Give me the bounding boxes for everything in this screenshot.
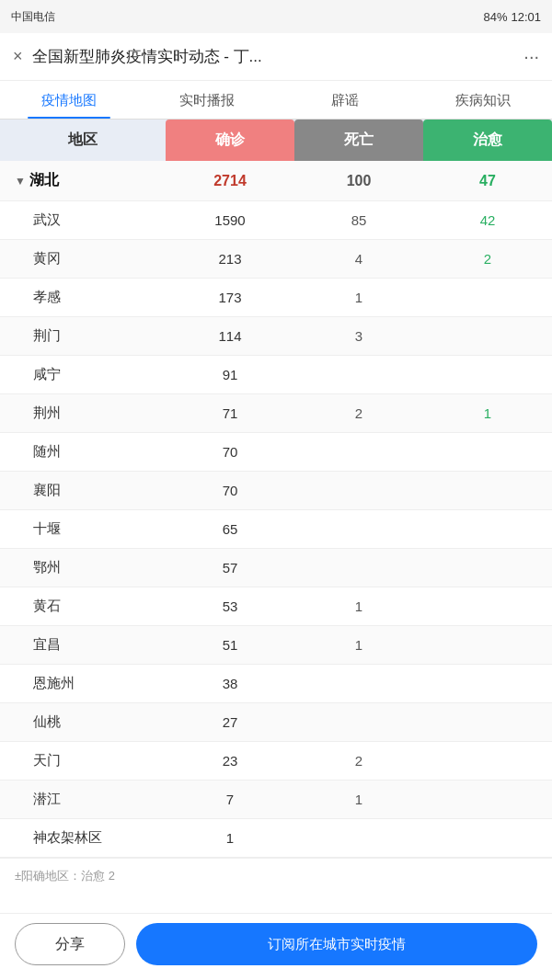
table-row[interactable]: 十堰65 bbox=[0, 510, 552, 549]
table-row[interactable]: 孝感1731 bbox=[0, 279, 552, 317]
confirmed-cell: 213 bbox=[166, 241, 294, 277]
title-bar: × 全国新型肺炎疫情实时动态 - 丁... ··· bbox=[0, 33, 552, 81]
region-cell: 宜昌 bbox=[0, 626, 166, 664]
death-cell: 3 bbox=[294, 318, 423, 354]
header-region: 地区 bbox=[0, 120, 166, 161]
table-header: 地区 确诊 死亡 治愈 bbox=[0, 120, 552, 161]
table-row[interactable]: 神农架林区1 bbox=[0, 819, 552, 858]
confirmed-cell: 114 bbox=[166, 318, 294, 354]
confirmed-cell: 65 bbox=[166, 511, 294, 547]
more-button[interactable]: ··· bbox=[523, 46, 539, 67]
confirmed-cell: 57 bbox=[166, 550, 294, 586]
death-cell: 85 bbox=[294, 202, 423, 238]
arrow-icon: ▼ bbox=[15, 175, 26, 188]
battery-text: 84% bbox=[483, 10, 507, 24]
recovered-cell bbox=[423, 635, 552, 655]
recovered-cell bbox=[423, 519, 552, 540]
confirmed-cell: 51 bbox=[166, 627, 294, 663]
recovered-cell bbox=[423, 751, 552, 771]
region-cell: 荆州 bbox=[0, 394, 166, 432]
recovered-cell bbox=[423, 790, 552, 810]
carrier-signal: 中国电信 bbox=[11, 9, 55, 25]
death-cell: 1 bbox=[294, 588, 423, 624]
death-cell: 4 bbox=[294, 241, 423, 277]
page-title: 全国新型肺炎疫情实时动态 - 丁... bbox=[32, 46, 515, 67]
death-cell bbox=[294, 712, 423, 733]
death-cell: 1 bbox=[294, 279, 423, 315]
table-row[interactable]: 荆门1143 bbox=[0, 317, 552, 356]
death-cell bbox=[294, 828, 423, 849]
region-cell: 天门 bbox=[0, 742, 166, 780]
close-button[interactable]: × bbox=[13, 47, 23, 66]
region-cell: 孝感 bbox=[0, 279, 166, 316]
tab-bar: 疫情地图 实时播报 辟谣 疾病知识 bbox=[0, 81, 552, 120]
subscribe-button[interactable]: 订阅所在城市实时疫情 bbox=[136, 923, 537, 965]
table-row[interactable]: ▼湖北 2714 100 47 bbox=[0, 161, 552, 201]
confirmed-cell: 38 bbox=[166, 666, 294, 701]
table-row[interactable]: 鄂州57 bbox=[0, 549, 552, 587]
region-cell: 潜江 bbox=[0, 781, 166, 818]
recovered-cell bbox=[423, 828, 552, 849]
table-row[interactable]: 天门232 bbox=[0, 742, 552, 781]
confirmed-cell: 91 bbox=[166, 357, 294, 393]
status-bar: 中国电信 84% 12:01 bbox=[0, 0, 552, 33]
table-row[interactable]: 宜昌511 bbox=[0, 626, 552, 665]
table-row[interactable]: 仙桃27 bbox=[0, 703, 552, 742]
recovered-cell bbox=[423, 712, 552, 733]
tab-knowledge[interactable]: 疾病知识 bbox=[414, 81, 552, 119]
confirmed-cell: 1 bbox=[166, 820, 294, 856]
recovered-cell: 1 bbox=[423, 395, 552, 431]
confirmed-cell: 7 bbox=[166, 781, 294, 817]
confirmed-cell: 2714 bbox=[166, 163, 294, 199]
region-cell: 随州 bbox=[0, 433, 166, 471]
share-button[interactable]: 分享 bbox=[15, 923, 125, 965]
bottom-hint: ±阳确地区：治愈 2 bbox=[0, 858, 552, 894]
region-cell: 鄂州 bbox=[0, 549, 166, 587]
recovered-cell bbox=[423, 326, 552, 347]
region-cell: 十堰 bbox=[0, 510, 166, 548]
region-cell: 黄石 bbox=[0, 587, 166, 625]
confirmed-cell: 70 bbox=[166, 473, 294, 508]
recovered-cell bbox=[423, 365, 552, 385]
confirmed-cell: 27 bbox=[166, 704, 294, 740]
recovered-cell: 47 bbox=[423, 163, 552, 199]
death-cell: 1 bbox=[294, 627, 423, 663]
header-confirmed: 确诊 bbox=[166, 120, 294, 161]
region-cell: 神农架林区 bbox=[0, 819, 166, 857]
recovered-cell bbox=[423, 558, 552, 578]
data-table-container: 地区 确诊 死亡 治愈 ▼湖北 2714 100 47 武汉15908542黄冈… bbox=[0, 120, 552, 967]
death-cell bbox=[294, 519, 423, 540]
recovered-cell bbox=[423, 288, 552, 308]
death-cell: 2 bbox=[294, 743, 423, 779]
death-cell bbox=[294, 481, 423, 501]
bottom-action-bar: 分享 订阅所在城市实时疫情 bbox=[0, 913, 552, 980]
table-row[interactable]: 襄阳70 bbox=[0, 472, 552, 510]
recovered-cell: 2 bbox=[423, 241, 552, 277]
table-row[interactable]: 恩施州38 bbox=[0, 665, 552, 703]
recovered-cell bbox=[423, 442, 552, 462]
region-cell: 仙桃 bbox=[0, 703, 166, 741]
city-rows: 武汉15908542黄冈21342孝感1731荆门1143咸宁91荆州7121随… bbox=[0, 201, 552, 858]
death-cell bbox=[294, 365, 423, 385]
table-row[interactable]: 黄冈21342 bbox=[0, 240, 552, 279]
header-death: 死亡 bbox=[294, 120, 423, 161]
table-row[interactable]: 武汉15908542 bbox=[0, 201, 552, 240]
table-row[interactable]: 咸宁91 bbox=[0, 356, 552, 394]
region-cell: 黄冈 bbox=[0, 240, 166, 278]
recovered-cell bbox=[423, 597, 552, 617]
tab-live[interactable]: 实时播报 bbox=[138, 81, 276, 119]
table-row[interactable]: 黄石531 bbox=[0, 587, 552, 626]
region-cell: ▼湖北 bbox=[0, 161, 166, 200]
confirmed-cell: 23 bbox=[166, 743, 294, 779]
tab-map[interactable]: 疫情地图 bbox=[0, 81, 138, 119]
tab-rumor[interactable]: 辟谣 bbox=[276, 81, 414, 119]
death-cell: 2 bbox=[294, 395, 423, 431]
table-row[interactable]: 潜江71 bbox=[0, 781, 552, 819]
status-right: 84% 12:01 bbox=[483, 10, 541, 24]
time-text: 12:01 bbox=[511, 10, 541, 24]
table-row[interactable]: 随州70 bbox=[0, 433, 552, 472]
recovered-cell bbox=[423, 481, 552, 501]
table-row[interactable]: 荆州7121 bbox=[0, 394, 552, 433]
confirmed-cell: 1590 bbox=[166, 202, 294, 238]
region-cell: 襄阳 bbox=[0, 472, 166, 509]
